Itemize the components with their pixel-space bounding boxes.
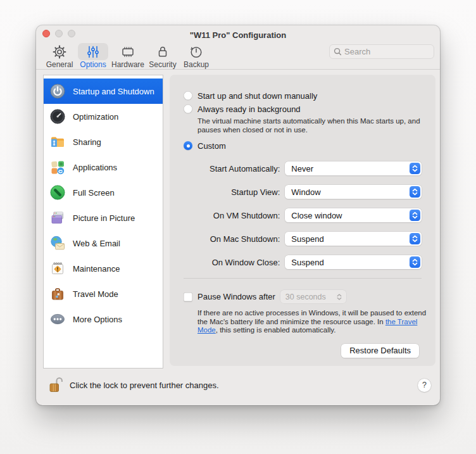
popup-value: Never <box>291 164 313 173</box>
section-divider <box>184 278 422 279</box>
pause-duration-popup[interactable]: 30 seconds <box>280 290 346 303</box>
custom-fields: Start Automatically: Never Startup View: <box>184 161 422 269</box>
on-vm-shutdown-label: On VM Shutdown: <box>184 211 280 220</box>
chip-icon <box>120 44 135 60</box>
help-button[interactable]: ? <box>418 379 431 392</box>
tab-backup-label: Backup <box>184 60 209 69</box>
tab-security-label: Security <box>149 60 176 69</box>
pause-windows-checkbox[interactable] <box>184 293 192 301</box>
tab-hardware-label: Hardware <box>111 60 144 69</box>
tab-backup[interactable]: Backup <box>181 43 211 69</box>
field-start-automatically: Start Automatically: Never <box>184 161 422 175</box>
on-vm-shutdown-popup[interactable]: Close window <box>285 208 422 222</box>
pip-windows-icon <box>49 210 66 226</box>
title-bar: "W11 Pro" Configuration <box>36 25 440 41</box>
field-on-window-close: On Window Close: Suspend <box>184 255 422 269</box>
popup-stepper-icon <box>410 233 420 244</box>
radio-custom[interactable] <box>184 141 192 150</box>
close-window-button[interactable] <box>42 30 50 37</box>
popup-value: Window <box>291 187 320 197</box>
unlocked-padlock-icon[interactable] <box>49 375 63 394</box>
fullscreen-icon <box>49 184 66 201</box>
radio-row-custom[interactable]: Custom <box>184 139 422 152</box>
popup-stepper-icon <box>410 163 420 174</box>
sidebar-item-sharing[interactable]: Sharing <box>44 129 163 154</box>
folder-share-icon <box>49 134 66 150</box>
radio-manual[interactable] <box>184 91 192 100</box>
power-icon <box>49 83 66 99</box>
tab-options[interactable]: Options <box>78 43 108 69</box>
popup-stepper-icon <box>410 186 420 198</box>
minimize-window-button[interactable] <box>55 30 63 37</box>
gauge-icon <box>49 108 66 125</box>
radio-row-manual[interactable]: Start up and shut down manually <box>184 89 422 102</box>
sidebar-item-label: More Options <box>73 315 122 324</box>
sidebar-item-label: Web & Email <box>73 239 120 248</box>
lock-icon <box>155 44 170 60</box>
sidebar-item-label: Applications <box>73 163 117 172</box>
search-input[interactable] <box>344 47 420 56</box>
restore-defaults-button[interactable]: Restore Defaults <box>341 344 419 358</box>
sidebar-item-label: Full Screen <box>73 188 115 198</box>
sidebar-item-label: Optimization <box>73 112 118 122</box>
field-on-mac-shutdown: On Mac Shutdown: Suspend <box>184 232 422 246</box>
traffic-lights <box>42 30 75 37</box>
sidebar-item-full-screen[interactable]: Full Screen <box>44 180 163 205</box>
ellipsis-bubble-icon <box>49 311 66 327</box>
window-title: "W11 Pro" Configuration <box>190 27 286 40</box>
tab-security[interactable]: Security <box>147 43 178 69</box>
sidebar-item-web-and-email[interactable]: Web & Email <box>44 230 163 256</box>
on-window-close-popup[interactable]: Suspend <box>285 255 422 269</box>
search-icon <box>334 47 342 56</box>
popup-stepper-icon <box>410 256 420 268</box>
popup-value: Close window <box>291 211 342 220</box>
search-field[interactable] <box>329 44 434 59</box>
sliders-icon <box>85 44 101 60</box>
toolbar: General Options Hardw <box>36 41 440 70</box>
configuration-window: "W11 Pro" Configuration General <box>36 25 440 405</box>
backup-clock-icon <box>189 44 204 60</box>
radio-always-ready[interactable] <box>184 104 192 113</box>
field-on-vm-shutdown: On VM Shutdown: Close window <box>184 208 422 222</box>
gear-icon <box>52 44 67 60</box>
startup-view-popup[interactable]: Window <box>285 185 422 199</box>
pause-help-text: If there are no active processes in Wind… <box>197 309 434 335</box>
radio-row-always-ready[interactable]: Always ready in background <box>184 103 422 115</box>
footer-bar: Click the lock to prevent further change… <box>36 369 440 405</box>
startup-shutdown-panel: Start up and shut down manually Always r… <box>170 75 435 366</box>
on-mac-shutdown-label: On Mac Shutdown: <box>184 234 280 244</box>
startup-view-label: Startup View: <box>184 187 280 197</box>
sidebar-item-optimization[interactable]: Optimization <box>44 104 163 129</box>
field-startup-view: Startup View: Window <box>184 185 422 199</box>
sidebar-item-label: Startup and Shutdown <box>73 87 154 96</box>
on-mac-shutdown-popup[interactable]: Suspend <box>285 232 422 246</box>
sidebar-item-more-options[interactable]: More Options <box>44 306 163 332</box>
start-automatically-popup[interactable]: Never <box>285 161 422 175</box>
tab-hardware[interactable]: Hardware <box>111 43 144 69</box>
globe-mail-icon <box>49 235 66 251</box>
popup-value: Suspend <box>291 258 323 267</box>
radio-always-ready-label: Always ready in background <box>197 104 301 114</box>
lock-hint-text: Click the lock to prevent further change… <box>70 381 418 390</box>
radio-custom-label: Custom <box>197 141 226 151</box>
pause-windows-label: Pause Windows after <box>197 292 275 301</box>
apps-grid-icon <box>49 159 66 175</box>
tab-general[interactable]: General <box>44 43 75 69</box>
pause-duration-value: 30 seconds <box>285 293 326 301</box>
sidebar-item-applications[interactable]: Applications <box>44 154 163 180</box>
sidebar-item-picture-in-picture[interactable]: Picture in Picture <box>44 205 163 230</box>
sidebar-item-travel-mode[interactable]: Travel Mode <box>44 281 163 306</box>
sidebar-item-label: Picture in Picture <box>73 213 135 223</box>
radio-manual-label: Start up and shut down manually <box>197 91 317 101</box>
calendar-warning-icon <box>49 260 66 277</box>
sidebar-item-maintenance[interactable]: Maintenance <box>44 256 163 281</box>
suitcase-icon <box>49 286 66 302</box>
tab-options-label: Options <box>80 60 106 69</box>
sidebar: Startup and Shutdown Optimization <box>43 75 163 369</box>
restore-defaults-row: Restore Defaults <box>184 344 422 358</box>
body-area: Startup and Shutdown Optimization <box>36 70 440 369</box>
zoom-window-button[interactable] <box>68 30 75 37</box>
on-window-close-label: On Window Close: <box>184 258 280 267</box>
popup-value: Suspend <box>291 234 323 244</box>
sidebar-item-startup-and-shutdown[interactable]: Startup and Shutdown <box>44 79 163 104</box>
